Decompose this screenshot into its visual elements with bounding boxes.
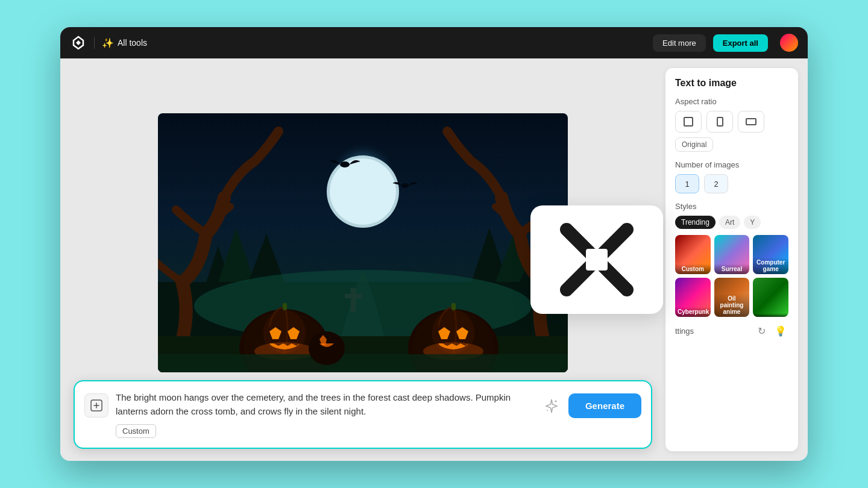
settings-icons: ↻ 💡 [753, 323, 788, 339]
aspect-portrait-button[interactable] [706, 111, 733, 133]
num-images-label: Number of images [675, 160, 788, 169]
edit-more-button[interactable]: Edit more [653, 34, 706, 52]
style-card-oil-painting[interactable]: Oil painting anime [714, 278, 750, 317]
topbar-divider [94, 37, 95, 49]
main-image [158, 113, 568, 372]
prompt-text-area: The bright moon hangs over the cemetery,… [116, 391, 532, 438]
svg-rect-35 [586, 249, 608, 271]
num-images-row: 1 2 [675, 174, 788, 193]
svg-point-34 [547, 410, 548, 411]
styles-grid: Custom Surreal Computer game Cyberpunk [675, 235, 788, 317]
prompt-actions: Generate [539, 393, 641, 418]
style-label-oil-painting: Oil painting anime [714, 293, 750, 317]
add-image-button[interactable] [84, 393, 108, 418]
sparkle-button[interactable] [539, 394, 564, 418]
style-card-computer-game[interactable]: Computer game [753, 235, 788, 274]
aspect-landscape-button[interactable] [738, 111, 764, 133]
svg-point-15 [340, 161, 350, 167]
style-label-cyberpunk: Cyberpunk [675, 307, 711, 317]
style-card-cyberpunk[interactable]: Cyberpunk [675, 278, 711, 317]
landscape-icon [746, 118, 756, 125]
svg-rect-24 [283, 303, 287, 310]
aspect-ratio-label: Aspect ratio [675, 97, 788, 106]
capcut-logo[interactable] [70, 34, 87, 51]
prompt-tag[interactable]: Custom [116, 424, 156, 438]
app-window: ✨ All tools Edit more Export all [60, 27, 808, 461]
svg-point-4 [330, 158, 396, 225]
style-tab-trending[interactable]: Trending [675, 216, 715, 229]
settings-section: ttings ↻ 💡 [675, 323, 788, 339]
svg-rect-30 [158, 354, 568, 372]
prompt-box: The bright moon hangs over the cemetery,… [74, 380, 652, 449]
main-content: The bright moon hangs over the cemetery,… [60, 58, 808, 461]
style-label-surreal: Surreal [714, 264, 750, 274]
portrait-icon [717, 117, 723, 127]
style-card-custom[interactable]: Custom [675, 235, 711, 274]
capcut-logo-overlay [530, 205, 663, 314]
num-2-button[interactable]: 2 [704, 174, 728, 193]
svg-point-33 [555, 400, 556, 402]
aspect-ratio-row [675, 111, 788, 133]
all-tools-button[interactable]: ✨ All tools [102, 37, 147, 49]
export-all-button[interactable]: Export all [713, 34, 768, 52]
topbar: ✨ All tools Edit more Export all [60, 27, 808, 58]
style-tab-more[interactable]: Y [744, 216, 761, 229]
styles-label: Styles [675, 202, 788, 211]
style-card-extra[interactable] [753, 278, 788, 317]
settings-label: ttings [675, 327, 694, 336]
svg-point-16 [401, 183, 409, 188]
style-label-custom: Custom [675, 264, 711, 274]
magic-wand-icon: ✨ [102, 37, 114, 49]
prompt-text: The bright moon hangs over the cemetery,… [116, 391, 532, 418]
original-button[interactable]: Original [675, 137, 713, 152]
svg-rect-14 [345, 294, 362, 298]
style-tab-art[interactable]: Art [719, 216, 740, 229]
user-avatar[interactable] [780, 34, 798, 52]
all-tools-label: All tools [118, 38, 147, 48]
style-card-surreal[interactable]: Surreal [714, 235, 750, 274]
aspect-square-button[interactable] [675, 111, 702, 133]
generate-button[interactable]: Generate [568, 393, 641, 418]
refresh-icon[interactable]: ↻ [753, 323, 769, 339]
style-label-computer-game: Computer game [753, 257, 788, 274]
num-1-button[interactable]: 1 [675, 174, 699, 193]
panel-title: Text to image [675, 78, 788, 89]
lightbulb-icon[interactable]: 💡 [773, 323, 788, 339]
svg-point-31 [309, 331, 345, 365]
svg-rect-28 [451, 303, 456, 310]
right-panel: Text to image Aspect ratio Original Numb… [665, 68, 798, 451]
styles-tabs: Trending Art Y [675, 216, 788, 229]
style-label-extra [753, 313, 788, 317]
square-icon [684, 117, 693, 127]
svg-rect-13 [351, 288, 356, 312]
